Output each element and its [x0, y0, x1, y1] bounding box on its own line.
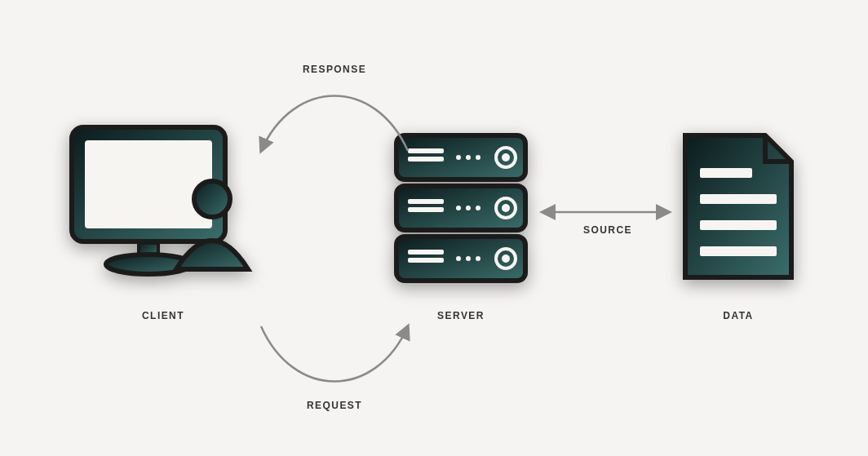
client-node: [65, 121, 261, 300]
svg-rect-29: [700, 168, 752, 178]
svg-point-12: [476, 155, 480, 160]
svg-point-22: [476, 256, 480, 261]
server-label: SERVER: [420, 310, 502, 321]
edge-request: [261, 326, 408, 382]
diagram-canvas: CLIENT: [0, 0, 868, 456]
svg-rect-32: [700, 246, 777, 256]
svg-rect-30: [700, 194, 777, 204]
edge-response: [261, 96, 408, 152]
svg-point-16: [466, 206, 471, 210]
svg-rect-9: [408, 157, 444, 162]
svg-point-17: [476, 206, 480, 210]
svg-rect-8: [408, 148, 444, 153]
svg-rect-31: [700, 220, 777, 230]
svg-rect-13: [408, 199, 444, 204]
svg-point-24: [502, 153, 510, 162]
server-node: [392, 131, 530, 286]
svg-rect-1: [85, 140, 212, 228]
svg-point-26: [502, 204, 510, 212]
source-label: SOURCE: [567, 224, 649, 236]
svg-point-11: [466, 155, 471, 160]
svg-point-28: [502, 255, 510, 263]
request-label: REQUEST: [294, 400, 375, 411]
client-label: CLIENT: [122, 310, 204, 321]
data-node: [677, 131, 799, 286]
document-icon: [677, 131, 799, 286]
svg-point-15: [456, 206, 461, 210]
svg-point-21: [466, 256, 471, 261]
svg-point-20: [456, 256, 461, 261]
svg-point-10: [456, 155, 461, 160]
svg-rect-19: [408, 258, 444, 263]
svg-rect-14: [408, 207, 444, 212]
response-label: RESPONSE: [294, 64, 375, 75]
svg-point-4: [194, 181, 230, 217]
client-icon: [65, 121, 261, 300]
server-icon: [392, 131, 530, 286]
data-label: DATA: [698, 310, 779, 321]
svg-rect-18: [408, 250, 444, 255]
